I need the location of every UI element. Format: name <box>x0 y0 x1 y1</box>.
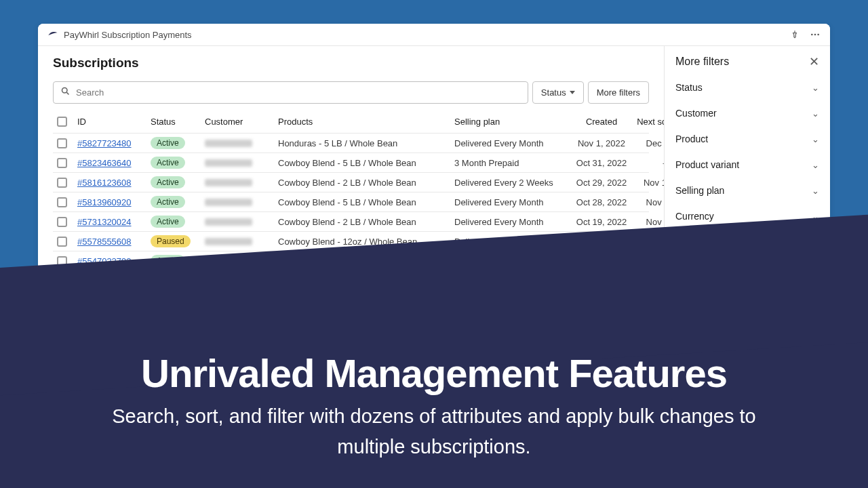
row-checkbox[interactable] <box>57 197 67 207</box>
filter-item-customer[interactable]: Customer⌄ <box>665 100 830 126</box>
status-badge: Active <box>151 176 185 188</box>
cell-product: Cowboy Blend - 2 LB / Whole Bean <box>278 178 454 188</box>
cell-product: Cowboy Blend - 5 LB / Whole Bean <box>278 158 454 168</box>
subscription-id-link[interactable]: #5827723480 <box>77 138 132 148</box>
chevron-down-icon: ⌄ <box>812 134 819 144</box>
cell-created: Oct 19, 2022 <box>570 217 633 227</box>
close-icon[interactable]: ✕ <box>809 56 819 68</box>
status-badge: Active <box>151 157 185 169</box>
filter-item-label: Status <box>675 82 703 93</box>
paywhirl-logo-icon <box>47 29 58 40</box>
more-menu-icon[interactable] <box>810 29 821 40</box>
row-checkbox[interactable] <box>57 158 67 168</box>
chevron-down-icon <box>570 91 575 94</box>
overlay-headline: Unrivaled Management Features <box>141 350 727 396</box>
pin-icon[interactable] <box>789 29 800 40</box>
status-badge: Active <box>151 196 185 208</box>
col-created: Created <box>570 117 633 127</box>
row-checkbox[interactable] <box>57 237 67 247</box>
filter-item-status[interactable]: Status⌄ <box>665 75 830 100</box>
status-filter-button[interactable]: Status <box>532 81 584 104</box>
subscription-id-link[interactable]: #5731320024 <box>77 217 132 227</box>
cell-created: Oct 29, 2022 <box>570 178 633 188</box>
customer-name-redacted <box>205 179 252 186</box>
filter-item-product[interactable]: Product⌄ <box>665 126 830 152</box>
cell-selling-plan: Delivered Every Month <box>454 197 570 207</box>
customer-name-redacted <box>205 218 252 226</box>
filter-item-product-variant[interactable]: Product variant⌄ <box>665 152 830 178</box>
search-input[interactable] <box>76 87 521 98</box>
svg-point-0 <box>811 34 813 36</box>
status-badge: Paused <box>151 235 191 247</box>
chevron-down-icon: ⌄ <box>812 83 819 93</box>
status-badge: Active <box>151 137 185 149</box>
table-row: #5731320024ActiveCowboy Blend - 2 LB / W… <box>53 212 649 232</box>
app-name: PayWhirl Subscription Payments <box>64 30 192 40</box>
filter-item-label: Product <box>675 134 708 144</box>
svg-point-2 <box>817 34 819 36</box>
cell-selling-plan: Delivered Every Month <box>454 138 570 148</box>
promo-overlay: Unrivaled Management Features Search, so… <box>0 305 868 488</box>
filter-item-label: Currency <box>675 211 714 222</box>
subscription-id-link[interactable]: #5578555608 <box>77 237 132 247</box>
filter-item-label: Product variant <box>675 159 739 170</box>
cell-selling-plan: Delivered Every 2 Weeks <box>454 178 570 188</box>
col-next: Next scheduled <box>633 117 664 127</box>
chevron-down-icon: ⌄ <box>812 160 819 170</box>
col-id: ID <box>77 117 151 127</box>
table-row: #5827723480ActiveHonduras - 5 LB / Whole… <box>53 134 649 153</box>
svg-point-1 <box>814 34 816 36</box>
customer-name-redacted <box>205 238 252 245</box>
table-row: #5813960920ActiveCowboy Blend - 5 LB / W… <box>53 192 649 212</box>
chevron-down-icon: ⌄ <box>812 186 819 196</box>
search-icon <box>60 86 71 99</box>
cell-next-scheduled: Nov 28, 20 <box>633 197 664 207</box>
row-checkbox[interactable] <box>57 217 67 227</box>
table-row: #5816123608ActiveCowboy Blend - 2 LB / W… <box>53 173 649 192</box>
subscription-id-link[interactable]: #5816123608 <box>77 178 132 188</box>
table-row: #5823463640ActiveCowboy Blend - 5 LB / W… <box>53 153 649 173</box>
filter-item-label: Selling plan <box>675 185 724 196</box>
chevron-down-icon: ⌄ <box>812 108 819 119</box>
subscription-id-link[interactable]: #5813960920 <box>77 197 132 207</box>
subscription-id-link[interactable]: #5823463640 <box>77 158 132 168</box>
col-products: Products <box>278 117 454 127</box>
cell-next-scheduled: Nov 19, 20 <box>633 217 664 227</box>
row-checkbox[interactable] <box>57 178 67 188</box>
filter-item-label: Customer <box>675 108 717 119</box>
col-status: Status <box>151 117 205 127</box>
select-all-checkbox[interactable] <box>57 117 67 127</box>
table-header: ID Status Customer Products Selling plan… <box>53 110 649 134</box>
more-filters-button[interactable]: More filters <box>588 81 649 104</box>
side-panel-title: More filters <box>675 56 729 68</box>
col-selling-plan: Selling plan <box>454 117 570 127</box>
cell-next-scheduled: Dec 1, 202 <box>633 138 664 148</box>
customer-name-redacted <box>205 159 252 167</box>
cell-product: Cowboy Blend - 5 LB / Whole Bean <box>278 197 454 207</box>
row-checkbox[interactable] <box>57 138 67 148</box>
cell-created: Oct 28, 2022 <box>570 197 633 207</box>
svg-line-4 <box>66 92 68 94</box>
overlay-subline: Search, sort, and filter with dozens of … <box>102 401 766 462</box>
titlebar: PayWhirl Subscription Payments <box>38 24 830 46</box>
cell-next-scheduled: Nov 12, 202 <box>633 178 664 188</box>
cell-created: Oct 31, 2022 <box>570 158 633 168</box>
status-badge: Active <box>151 216 185 228</box>
svg-point-3 <box>62 88 68 94</box>
cell-created: Nov 1, 2022 <box>570 138 633 148</box>
status-filter-label: Status <box>541 87 566 98</box>
cell-product: Cowboy Blend - 2 LB / Whole Bean <box>278 217 454 227</box>
col-customer: Customer <box>205 117 278 127</box>
customer-name-redacted <box>205 140 252 147</box>
cell-next-scheduled: — <box>633 158 664 168</box>
customer-name-redacted <box>205 199 252 206</box>
filter-item-selling-plan[interactable]: Selling plan⌄ <box>665 178 830 203</box>
cell-selling-plan: Delivered Every Month <box>454 217 570 227</box>
search-input-wrapper[interactable] <box>53 81 528 104</box>
page-title: Subscriptions <box>53 56 649 70</box>
more-filters-label: More filters <box>597 87 640 98</box>
cell-product: Honduras - 5 LB / Whole Bean <box>278 138 454 148</box>
cell-selling-plan: 3 Month Prepaid <box>454 158 570 168</box>
